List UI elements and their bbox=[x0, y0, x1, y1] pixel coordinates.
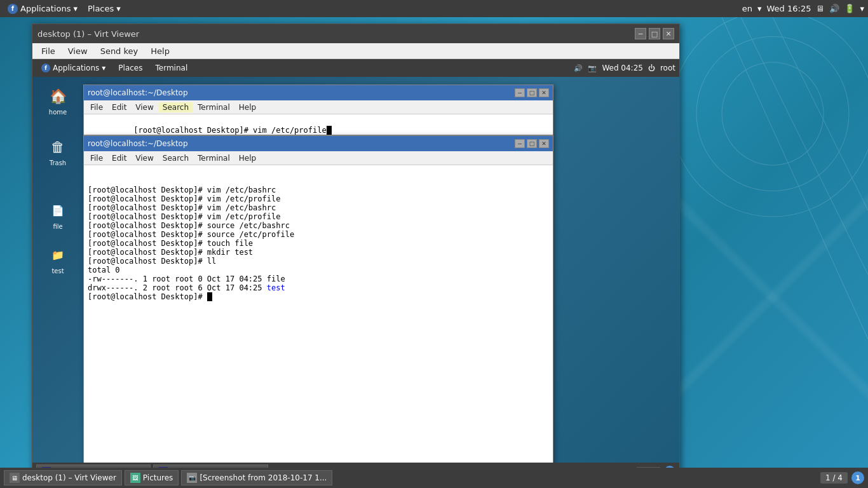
term2-cursor bbox=[207, 292, 212, 301]
host-places-arrow: ▾ bbox=[116, 4, 121, 13]
host-lang[interactable]: en bbox=[742, 4, 752, 13]
host-taskbar-left: f Applications ▾ Places ▾ bbox=[4, 3, 125, 15]
test-folder-icon: 📁 bbox=[46, 243, 69, 266]
term1-menu-edit[interactable]: Edit bbox=[108, 102, 130, 112]
virt-menu-send-key[interactable]: Send key bbox=[95, 45, 144, 57]
guest-speaker-icon: 🔊 bbox=[574, 64, 583, 72]
host-places-label: Places bbox=[88, 4, 114, 13]
svg-point-1 bbox=[696, 36, 849, 191]
file-icon: 📄 bbox=[46, 199, 69, 222]
trash-icon: 🗑 bbox=[46, 135, 69, 158]
virt-menu-view[interactable]: View bbox=[63, 45, 93, 57]
term1-menu-terminal[interactable]: Terminal bbox=[194, 102, 234, 112]
guest-places-label: Places bbox=[118, 64, 142, 72]
term1-minimize[interactable]: − bbox=[515, 88, 525, 97]
guest-places-menu[interactable]: Places bbox=[113, 62, 147, 74]
virt-viewer-icon: 🖥 bbox=[10, 473, 20, 483]
host-bottom-right: 1 / 4 1 bbox=[820, 471, 864, 484]
term2-minimize[interactable]: − bbox=[515, 139, 525, 148]
term2-menu-terminal[interactable]: Terminal bbox=[194, 153, 234, 163]
virt-close-button[interactable]: ✕ bbox=[663, 28, 674, 39]
host-desktop: desktop (1) – Virt Viewer − □ ✕ File Vie… bbox=[0, 17, 868, 468]
fedora-icon: f bbox=[8, 4, 18, 14]
host-places-menu[interactable]: Places ▾ bbox=[84, 3, 125, 15]
host-task-screenshot[interactable]: 📷 [Screenshot from 2018-10-17 1... bbox=[181, 470, 332, 485]
host-task-virt-label: desktop (1) – Virt Viewer bbox=[22, 473, 116, 482]
virt-menu-file[interactable]: File bbox=[36, 45, 60, 57]
host-lang-arrow: ▾ bbox=[757, 4, 762, 13]
host-power-arrow: ▾ bbox=[860, 4, 864, 13]
term1-command: [root@localhost Desktop]# vim /etc/profi… bbox=[133, 126, 326, 135]
term2-controls: − □ ✕ bbox=[515, 139, 549, 148]
host-applications-menu[interactable]: f Applications ▾ bbox=[4, 3, 81, 15]
virt-title: desktop (1) – Virt Viewer bbox=[37, 29, 139, 39]
host-applications-label: Applications bbox=[20, 4, 71, 13]
virt-minimize-button[interactable]: − bbox=[635, 28, 646, 39]
desktop-icon-home-label: home bbox=[39, 109, 77, 116]
guest-terminal-label: Terminal bbox=[156, 64, 188, 72]
screenshot-icon: 📷 bbox=[187, 473, 197, 483]
desktop-icon-test[interactable]: 📁 test bbox=[39, 243, 77, 274]
virt-title-bar: desktop (1) – Virt Viewer − □ ✕ bbox=[32, 24, 679, 43]
host-top-taskbar: f Applications ▾ Places ▾ en ▾ Wed 16:25… bbox=[0, 0, 868, 17]
term2-maximize[interactable]: □ bbox=[527, 139, 537, 148]
guest-fedora-icon: f bbox=[41, 64, 50, 72]
svg-point-2 bbox=[671, 17, 868, 217]
term1-menu-help[interactable]: Help bbox=[235, 102, 260, 112]
virt-viewer-window: desktop (1) – Virt Viewer − □ ✕ File Vie… bbox=[32, 24, 680, 468]
term1-menu-search[interactable]: Search bbox=[159, 102, 193, 112]
term1-menu-bar: File Edit View Search Terminal Help bbox=[84, 100, 553, 114]
guest-taskbar-right: 🔊 📷 Wed 04:25 ⏻ root bbox=[574, 64, 675, 72]
desktop-icon-trash-label: Trash bbox=[39, 159, 77, 166]
terminal-window-2[interactable]: root@localhost:~/Desktop − □ ✕ File Edit… bbox=[83, 135, 553, 468]
term1-menu-view[interactable]: View bbox=[132, 102, 157, 112]
term2-menu-search[interactable]: Search bbox=[159, 153, 193, 163]
host-applications-arrow: ▾ bbox=[73, 4, 78, 13]
term1-body: [root@localhost Desktop]# vim /etc/profi… bbox=[84, 114, 553, 135]
term2-close[interactable]: ✕ bbox=[539, 139, 549, 148]
home-folder-icon: 🏠 bbox=[46, 85, 69, 107]
virt-maximize-button[interactable]: □ bbox=[649, 28, 660, 39]
guest-applications-label: Applications bbox=[53, 64, 99, 72]
term1-title: root@localhost:~/Desktop bbox=[88, 88, 188, 97]
guest-screenshot-icon: 📷 bbox=[588, 64, 597, 72]
host-taskbar-right: en ▾ Wed 16:25 🖥 🔊 🔋 ▾ bbox=[742, 4, 864, 13]
host-page-active[interactable]: 1 bbox=[851, 471, 864, 484]
guest-applications-menu[interactable]: f Applications ▾ bbox=[36, 62, 111, 74]
desktop-icon-file-label: file bbox=[39, 223, 77, 230]
term1-close[interactable]: ✕ bbox=[539, 88, 549, 97]
term1-maximize[interactable]: □ bbox=[527, 88, 537, 97]
svg-line-5 bbox=[722, 17, 868, 339]
term2-menu-view[interactable]: View bbox=[132, 153, 157, 163]
term2-menu-edit[interactable]: Edit bbox=[108, 153, 130, 163]
term2-body[interactable]: [root@localhost Desktop]# vim /etc/bashr… bbox=[84, 165, 553, 468]
term1-menu-file[interactable]: File bbox=[86, 102, 107, 112]
host-task-pictures-label: Pictures bbox=[143, 473, 173, 482]
host-bottom-taskbar: 🖥 desktop (1) – Virt Viewer 🖼 Pictures 📷… bbox=[0, 468, 868, 488]
term2-menu-help[interactable]: Help bbox=[235, 153, 260, 163]
guest-top-taskbar: f Applications ▾ Places Terminal 🔊 📷 Wed… bbox=[32, 59, 679, 77]
term1-title-bar: root@localhost:~/Desktop − □ ✕ bbox=[84, 85, 553, 100]
pictures-icon: 🖼 bbox=[130, 473, 140, 483]
host-time: Wed 16:25 bbox=[767, 4, 811, 13]
desktop-icon-trash[interactable]: 🗑 Trash bbox=[39, 135, 77, 166]
guest-taskbar-left: f Applications ▾ Places Terminal bbox=[36, 62, 193, 74]
virt-menu-help[interactable]: Help bbox=[146, 45, 175, 57]
guest-time: Wed 04:25 bbox=[602, 64, 643, 72]
host-task-pictures[interactable]: 🖼 Pictures bbox=[125, 470, 179, 485]
virt-title-controls: − □ ✕ bbox=[635, 28, 674, 39]
guest-bottom-taskbar: ▶ root@localhost:~/Desktop ▶ root@localh… bbox=[32, 463, 679, 468]
host-task-virt[interactable]: 🖥 desktop (1) – Virt Viewer bbox=[4, 470, 122, 485]
term1-controls: − □ ✕ bbox=[515, 88, 549, 97]
desktop-icon-test-label: test bbox=[39, 268, 77, 274]
term2-title: root@localhost:~/Desktop bbox=[88, 139, 188, 148]
virt-menu-bar: File View Send key Help bbox=[32, 43, 679, 59]
host-battery-icon: 🔋 bbox=[844, 4, 855, 13]
desktop-icon-home[interactable]: 🏠 home bbox=[39, 85, 77, 116]
guest-terminal-menu[interactable]: Terminal bbox=[151, 62, 193, 74]
desktop-icon-file[interactable]: 📄 file bbox=[39, 199, 77, 230]
term2-menu-file[interactable]: File bbox=[86, 153, 107, 163]
svg-point-0 bbox=[722, 62, 824, 165]
host-monitor-icon: 🖥 bbox=[816, 4, 824, 13]
term1-cursor bbox=[327, 126, 332, 135]
